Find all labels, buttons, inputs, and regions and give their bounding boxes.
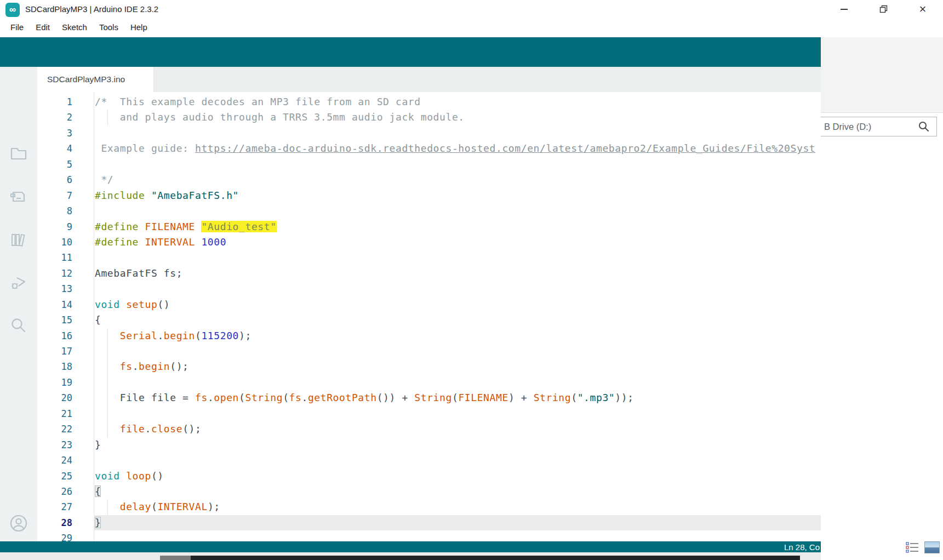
code-line[interactable]: 21 xyxy=(37,406,821,421)
code-line[interactable]: 6 */ xyxy=(37,172,821,187)
code-text xyxy=(94,250,821,265)
code-token xyxy=(120,470,126,482)
code-line[interactable]: 24 xyxy=(37,453,821,468)
code-line[interactable]: 17 xyxy=(37,344,821,359)
code-token: () xyxy=(151,470,164,482)
code-token: FILENAME xyxy=(458,392,508,403)
code-line[interactable]: 23} xyxy=(37,437,821,453)
code-token: AmebaFatFS fs; xyxy=(95,267,182,279)
code-text: Serial.begin(115200); xyxy=(94,328,821,344)
boards-manager-icon[interactable] xyxy=(9,187,28,206)
code-line[interactable]: 7#include "AmebaFatFS.h" xyxy=(37,188,821,203)
line-number: 17 xyxy=(37,344,94,359)
minimize-button[interactable] xyxy=(831,0,856,18)
line-number: 1 xyxy=(37,94,94,110)
code-text: file.close(); xyxy=(94,421,821,437)
code-line[interactable]: 29 xyxy=(37,530,821,541)
code-text: #define FILENAME "Audio_test" xyxy=(94,219,821,235)
code-line[interactable]: 4 Example guide: https://ameba-doc-ardui… xyxy=(37,141,821,156)
line-number: 25 xyxy=(37,468,94,484)
code-line[interactable]: 19 xyxy=(37,375,821,390)
code-editor[interactable]: 1/* This example decodes an MP3 file fro… xyxy=(37,92,821,541)
line-number: 16 xyxy=(37,328,94,344)
details-view-icon[interactable] xyxy=(906,541,919,553)
account-icon[interactable] xyxy=(9,514,28,533)
menu-file[interactable]: File xyxy=(4,22,30,32)
line-number: 29 xyxy=(37,530,94,541)
window-title: SDCardPlayMP3 | Arduino IDE 2.3.2 xyxy=(25,4,158,14)
line-number: 18 xyxy=(37,359,94,374)
code-text: delay(INTERVAL); xyxy=(94,499,821,515)
code-token: and plays audio through a TRRS 3.5mm aud… xyxy=(95,111,465,123)
code-token: ( xyxy=(452,392,458,403)
picture-thumbnail-icon[interactable] xyxy=(924,541,940,553)
code-line[interactable]: 10#define INTERVAL 1000 xyxy=(37,235,821,250)
code-text xyxy=(94,406,821,421)
code-token: file xyxy=(120,423,145,435)
tab-sketch-file[interactable]: SDCardPlayMP3.ino xyxy=(37,67,154,92)
code-line[interactable]: 13 xyxy=(37,281,821,296)
line-number: 15 xyxy=(37,312,94,328)
code-text xyxy=(94,375,821,390)
code-text: File file = fs.open(String(fs.getRootPat… xyxy=(94,390,821,405)
code-token: String xyxy=(534,392,571,403)
code-line[interactable]: 3 xyxy=(37,125,821,141)
code-line[interactable]: 22 file.close(); xyxy=(37,421,821,437)
restore-button[interactable] xyxy=(871,0,896,18)
code-line[interactable]: 2 and plays audio through a TRRS 3.5mm a… xyxy=(37,110,821,125)
line-number: 5 xyxy=(37,157,94,172)
library-manager-icon[interactable] xyxy=(9,231,28,249)
code-line[interactable]: 26{ xyxy=(37,484,821,499)
line-number: 8 xyxy=(37,203,94,219)
code-line[interactable]: 27 delay(INTERVAL); xyxy=(37,499,821,515)
menu-tools[interactable]: Tools xyxy=(93,22,124,32)
code-line[interactable]: 14void setup() xyxy=(37,297,821,312)
explorer-bottom-icons xyxy=(906,541,940,553)
code-token: begin xyxy=(164,330,195,341)
line-number: 9 xyxy=(37,219,94,235)
code-text: AmebaFatFS fs; xyxy=(94,266,821,281)
cursor-position[interactable]: Ln 28, Co xyxy=(784,542,821,552)
code-token: File file = xyxy=(95,392,195,403)
code-line[interactable]: 16 Serial.begin(115200); xyxy=(37,328,821,344)
code-line[interactable]: 8 xyxy=(37,203,821,219)
explorer-search-box[interactable]: B Drive (D:) xyxy=(821,117,937,136)
code-token: ( xyxy=(571,392,577,403)
search-sidebar-icon[interactable] xyxy=(9,316,28,335)
menu-edit[interactable]: Edit xyxy=(30,22,56,32)
debug-sidebar-icon[interactable] xyxy=(9,274,28,293)
code-text: and plays audio through a TRRS 3.5mm aud… xyxy=(94,110,821,125)
code-token: #define xyxy=(95,221,139,232)
code-token: "AmebaFatFS.h" xyxy=(151,190,239,201)
code-line[interactable]: 25void loop() xyxy=(37,468,821,484)
line-number: 23 xyxy=(37,437,94,453)
code-text: } xyxy=(94,515,821,530)
search-icon[interactable] xyxy=(918,121,930,133)
code-line[interactable]: 20 File file = fs.open(String(fs.getRoot… xyxy=(37,390,821,405)
menu-help[interactable]: Help xyxy=(124,22,153,32)
code-line[interactable]: 11 xyxy=(37,250,821,265)
code-token xyxy=(195,236,201,248)
code-token xyxy=(195,221,201,232)
indent-guide xyxy=(107,344,108,359)
code-token: () xyxy=(157,299,170,310)
code-token: ( xyxy=(239,392,245,403)
code-text: void loop() xyxy=(94,468,821,484)
code-line[interactable]: 28} xyxy=(37,515,821,530)
code-line[interactable]: 5 xyxy=(37,157,821,172)
code-line[interactable]: 9#define FILENAME "Audio_test" xyxy=(37,219,821,235)
sketchbook-folder-icon[interactable] xyxy=(9,144,28,163)
code-text: } xyxy=(94,437,821,453)
code-line[interactable]: 1/* This example decodes an MP3 file fro… xyxy=(37,94,821,110)
menu-sketch[interactable]: Sketch xyxy=(56,22,93,32)
code-token: . xyxy=(133,361,139,372)
code-token: close xyxy=(151,423,182,435)
close-button[interactable]: × xyxy=(910,0,935,18)
activity-sidebar xyxy=(0,67,37,541)
code-line[interactable]: 18 fs.begin(); xyxy=(37,359,821,374)
arduino-logo-icon: ∞ xyxy=(5,3,20,17)
code-line[interactable]: 15{ xyxy=(37,312,821,328)
code-line[interactable]: 12AmebaFatFS fs; xyxy=(37,266,821,281)
code-token: Serial xyxy=(120,330,158,341)
tab-label: SDCardPlayMP3.ino xyxy=(47,75,125,84)
